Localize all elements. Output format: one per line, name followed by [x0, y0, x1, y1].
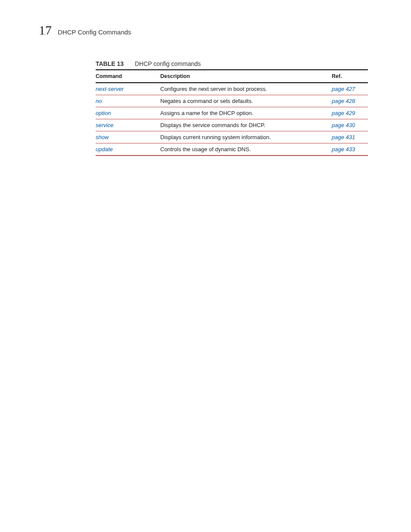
page-header: 17 DHCP Config Commands: [39, 24, 372, 37]
page-ref-link[interactable]: page 427: [332, 86, 355, 92]
cell-description: Displays current running system informat…: [160, 131, 332, 143]
table-label: TABLE 13: [96, 60, 124, 67]
table-row: next-server Configures the next server i…: [96, 83, 368, 95]
command-link[interactable]: no: [96, 98, 102, 104]
col-header-description: Description: [160, 70, 332, 83]
page-ref-link[interactable]: page 428: [332, 98, 355, 104]
cell-description: Controls the usage of dynamic DNS.: [160, 143, 332, 156]
chapter-number: 17: [39, 24, 52, 37]
table-caption: TABLE 13 DHCP config commands: [96, 60, 368, 67]
table-row: no Negates a command or sets defaults. p…: [96, 95, 368, 107]
table-header-row: Command Description Ref.: [96, 70, 368, 83]
cell-description: Configures the next server in boot proce…: [160, 83, 332, 95]
col-header-ref: Ref.: [332, 70, 368, 83]
commands-table: Command Description Ref. next-server Con…: [96, 69, 368, 156]
command-link[interactable]: show: [96, 134, 109, 140]
command-link[interactable]: option: [96, 110, 111, 116]
cell-description: Displays the service commands for DHCP.: [160, 119, 332, 131]
table-row: option Assigns a name for the DHCP optio…: [96, 107, 368, 119]
table-row: service Displays the service commands fo…: [96, 119, 368, 131]
table-row: update Controls the usage of dynamic DNS…: [96, 143, 368, 156]
command-link[interactable]: update: [96, 146, 113, 152]
page-ref-link[interactable]: page 431: [332, 134, 355, 140]
page-ref-link[interactable]: page 429: [332, 110, 355, 116]
cell-description: Negates a command or sets defaults.: [160, 95, 332, 107]
col-header-command: Command: [96, 70, 160, 83]
command-link[interactable]: service: [96, 122, 113, 128]
table-caption-text: DHCP config commands: [135, 60, 201, 67]
cell-description: Assigns a name for the DHCP option.: [160, 107, 332, 119]
table-row: show Displays current running system inf…: [96, 131, 368, 143]
page-ref-link[interactable]: page 430: [332, 122, 355, 128]
command-link[interactable]: next-server: [96, 86, 124, 92]
page-title: DHCP Config Commands: [58, 28, 131, 36]
document-page: 17 DHCP Config Commands TABLE 13 DHCP co…: [0, 0, 411, 532]
table-container: TABLE 13 DHCP config commands Command De…: [96, 60, 368, 156]
page-ref-link[interactable]: page 433: [332, 146, 355, 152]
